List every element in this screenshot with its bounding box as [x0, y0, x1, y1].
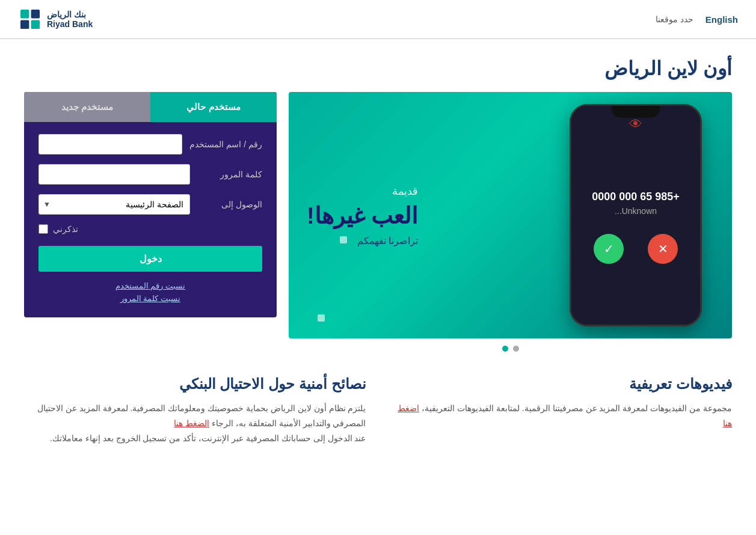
slider-dots[interactable] [289, 346, 732, 352]
slider-text: قديمة العب غيرها! تراصرنا نفهمكم [307, 185, 418, 246]
logo-text: بنك الرياض Riyad Bank [47, 10, 93, 29]
slider-dot-1[interactable] [502, 346, 508, 352]
tab-current-user[interactable]: مستخدم حالي [150, 92, 277, 122]
location-link[interactable]: حدد موقعنا [656, 14, 693, 24]
remember-row: تذكرني [38, 224, 262, 234]
phone-buttons: ✕ ✓ [594, 234, 678, 264]
remember-checkbox[interactable] [38, 224, 48, 234]
forgot-username-link[interactable]: نسبت رقم المستخدم [38, 281, 262, 290]
goto-select-wrapper: الصفحة الرئيسية ▼ [38, 194, 190, 215]
slider-area: قديمة العب غيرها! تراصرنا نفهمكم 👁 +985 … [289, 92, 732, 352]
page-title: أون لاين الرياض [24, 57, 732, 80]
top-section: قديمة العب غيرها! تراصرنا نفهمكم 👁 +985 … [24, 92, 732, 352]
eye-icon: 👁 [629, 117, 642, 132]
password-row: كلمة المرور [38, 164, 262, 185]
tab-new-user[interactable]: مستخدم جديد [24, 92, 150, 122]
svg-rect-2 [20, 20, 29, 29]
phone-screen: 👁 +985 65 000 0000 Unknown... ✕ ✓ [571, 106, 700, 325]
svg-rect-1 [31, 10, 40, 18]
bottom-section: فيديوهات تعريفية مجموعة من الفيديوهات لم… [24, 376, 732, 447]
login-panel: مستخدم حالي مستخدم جديد رقم / اسم المستخ… [24, 92, 277, 317]
phone-mockup: 👁 +985 65 000 0000 Unknown... ✕ ✓ [570, 104, 702, 326]
svg-rect-0 [20, 10, 29, 18]
password-input[interactable] [38, 164, 190, 185]
logo-english: Riyad Bank [47, 19, 93, 29]
videos-text: مجموعة من الفيديوهات لمعرفة المزيد عن مص… [390, 401, 733, 431]
username-label: رقم / اسم المستخدم [182, 139, 262, 149]
forgot-links: نسبت رقم المستخدم نسبت كلمة المرور [38, 281, 262, 303]
header: English حدد موقعنا بنك الرياض Riyad Bank [0, 0, 756, 38]
svg-rect-3 [31, 20, 40, 29]
phone-number: +985 65 000 0000 [592, 191, 680, 203]
fraud-extra-text: عند الدخول إلى حساباتك المصرفية عبر الإن… [50, 433, 366, 443]
slider-decoration-1 [340, 236, 347, 243]
fraud-title: نصائح أمنية حول الاحتيال البنكي [24, 376, 366, 393]
logo-arabic: بنك الرياض [47, 10, 86, 19]
login-form: رقم / اسم المستخدم كلمة المرور الوصول إل… [24, 122, 277, 317]
goto-label: الوصول إلى [190, 200, 262, 209]
login-tabs: مستخدم حالي مستخدم جديد [24, 92, 277, 122]
header-left: English حدد موقعنا [656, 14, 738, 25]
phone-decline-btn: ✕ [648, 234, 678, 264]
phone-accept-btn: ✓ [594, 234, 624, 264]
slider-decoration-2 [318, 314, 325, 322]
username-input[interactable] [38, 134, 182, 154]
fraud-text: يلتزم نظام أون لاين الرياض بحماية خصوصيت… [24, 401, 366, 447]
videos-section: فيديوهات تعريفية مجموعة من الفيديوهات لم… [390, 376, 733, 447]
remember-label: تذكرني [53, 224, 78, 234]
username-row: رقم / اسم المستخدم [38, 134, 262, 154]
logo-area: بنك الرياض Riyad Bank [18, 7, 93, 31]
slider-subtitle: قديمة [307, 185, 418, 198]
slider-title: العب غيرها! [307, 203, 418, 230]
fraud-section: نصائح أمنية حول الاحتيال البنكي يلتزم نظ… [24, 376, 366, 447]
phone-caller-name: Unknown... [615, 206, 657, 216]
main-content: أون لاين الرياض قديمة العب غيرها! تراصرن… [0, 39, 756, 465]
goto-row: الوصول إلى الصفحة الرئيسية ▼ [38, 194, 262, 215]
fraud-link[interactable]: الضغط هنا [174, 418, 209, 428]
goto-select[interactable]: الصفحة الرئيسية [38, 194, 190, 215]
language-link[interactable]: English [705, 14, 738, 25]
login-button[interactable]: دخول [38, 246, 262, 272]
slider-container: قديمة العب غيرها! تراصرنا نفهمكم 👁 +985 … [289, 92, 732, 338]
videos-text-content: مجموعة من الفيديوهات لمعرفة المزيد عن مص… [419, 403, 732, 413]
slider-tagline: تراصرنا نفهمكم [307, 234, 418, 246]
riyad-bank-logo-icon [18, 7, 42, 31]
phone-notch [612, 106, 660, 118]
slider-dot-2[interactable] [513, 346, 519, 352]
videos-title: فيديوهات تعريفية [390, 376, 733, 393]
forgot-password-link[interactable]: نسبت كلمة المرور [38, 294, 262, 303]
password-label: كلمة المرور [190, 170, 262, 179]
